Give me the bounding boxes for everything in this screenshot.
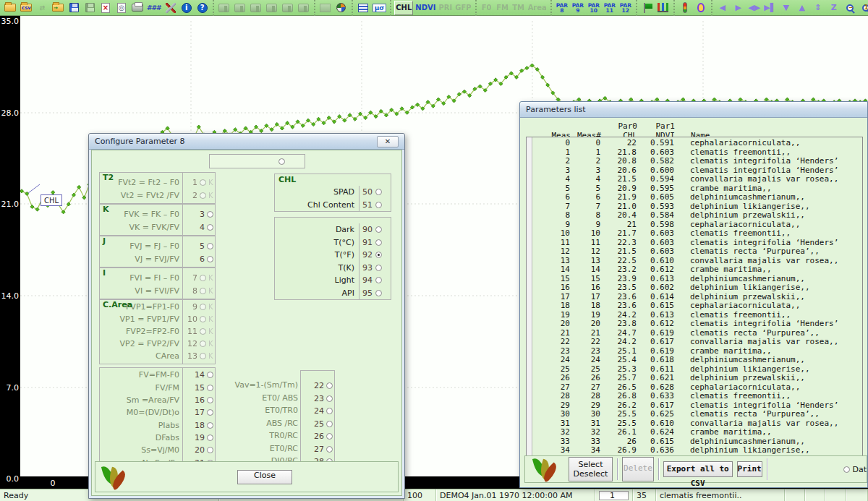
parameter-radio-95[interactable] xyxy=(375,290,382,296)
par11-button[interactable]: PAR11 xyxy=(603,1,617,15)
table-row[interactable]: 101021.70.603clematis freemontii,, xyxy=(532,229,859,239)
table-row[interactable]: 313125.50.610convallaria majalis var ros… xyxy=(532,419,859,429)
table-row[interactable]: 1121.80.603clematis freemontii,, xyxy=(532,148,859,158)
parameters-list-titlebar[interactable]: Parameters list xyxy=(520,102,867,118)
parameter-radio-13[interactable] xyxy=(200,353,206,359)
parameter-radio-51[interactable] xyxy=(375,202,382,208)
table-row[interactable]: 3320.60.600clematis integrifolia ‘Hender… xyxy=(532,166,859,176)
table-row[interactable]: 181823.60.615cephalariacorniculata,, xyxy=(532,301,859,311)
probe-button[interactable] xyxy=(694,1,708,15)
close-icon[interactable]: ✕ xyxy=(377,136,399,147)
export-all-to-csv-button[interactable]: Export all to CSV xyxy=(663,461,733,477)
table-row[interactable]: 111122.30.603clematis integrifolia ‘Hend… xyxy=(532,239,859,248)
zoom-out-button[interactable]: − xyxy=(843,1,857,15)
parameter-radio-3[interactable] xyxy=(207,211,213,218)
table-row[interactable]: 121221.50.603clematis recta ‘Purpurea’,, xyxy=(532,247,859,257)
tm-button[interactable]: TM xyxy=(511,1,526,15)
chl-series-badge[interactable]: CHL xyxy=(41,194,62,206)
stats-button[interactable]: µσ xyxy=(372,1,388,15)
delete-button[interactable]: Delete xyxy=(622,457,654,481)
parameter-radio-1[interactable] xyxy=(200,179,206,186)
table-row[interactable]: 292926.20.617clematis integrifolia ‘Hend… xyxy=(532,401,859,411)
custom-parameter-radio[interactable] xyxy=(278,158,285,165)
table-row[interactable]: 202023.80.612clematis integrifolia ‘Hend… xyxy=(532,320,859,329)
parameter-radio-50[interactable] xyxy=(375,189,382,195)
device-button-6[interactable] xyxy=(297,1,311,15)
chl-button[interactable]: CHL xyxy=(394,1,413,15)
table-row[interactable]: 262625.70.621delphinium przewalskii,, xyxy=(532,374,859,383)
map-button[interactable] xyxy=(334,1,349,15)
table-row[interactable]: 2220.80.582clematis integrifolia ‘Hender… xyxy=(532,157,859,166)
info-button[interactable]: i xyxy=(179,1,194,15)
table-row[interactable]: 272726.50.628cephalariacorniculata,, xyxy=(532,383,859,393)
table-row[interactable]: 151523.90.613delphiniumcashmerianum,, xyxy=(532,275,859,284)
par8-button[interactable]: PAR8 xyxy=(555,1,569,15)
parameter-radio-92[interactable] xyxy=(375,252,382,258)
ndvi-button[interactable]: NDVI xyxy=(414,1,436,15)
table-row[interactable]: 171723.60.614delphinium przewalskii,, xyxy=(532,293,859,302)
parameter-radio-94[interactable] xyxy=(375,277,382,283)
open-csv-button[interactable]: csv xyxy=(19,1,33,15)
export-button[interactable]: → xyxy=(51,1,65,15)
table-row[interactable]: 242425.40.618delphiniumcashmerianum,, xyxy=(532,356,859,365)
parameter-radio-4[interactable] xyxy=(207,224,213,231)
device-button-1[interactable] xyxy=(217,1,231,15)
parameter-radio-5[interactable] xyxy=(207,243,213,249)
parameter-radio-11[interactable] xyxy=(200,328,206,335)
dat-radio[interactable] xyxy=(843,466,850,473)
parameter-radio-91[interactable] xyxy=(375,239,382,246)
parameter-radio-26[interactable] xyxy=(326,433,333,440)
sort-button[interactable]: Z xyxy=(827,1,841,15)
table-row[interactable]: 232325.10.619crambe maritima,, xyxy=(532,347,859,356)
dialog-titlebar[interactable]: Configure Parameter 8 ✕ xyxy=(89,134,404,150)
select-deselect-button[interactable]: Select Deselect xyxy=(569,457,613,481)
parameter-radio-7[interactable] xyxy=(200,275,206,281)
device-button-2[interactable] xyxy=(233,1,247,15)
table-row[interactable]: 8820.40.584delphinium przewalskii,, xyxy=(532,211,859,220)
parameter-radio-27[interactable] xyxy=(326,446,333,453)
parameter-radio-25[interactable] xyxy=(326,421,333,427)
f0-button[interactable]: F0 xyxy=(480,1,494,15)
table-row[interactable]: 6621.90.605delphiniumcashmerianum,, xyxy=(532,193,859,202)
table-row[interactable]: 212124.70.619clematis recta ‘Purpurea’,, xyxy=(532,329,859,338)
save-button[interactable] xyxy=(67,1,81,15)
table-row[interactable]: 191924.20.613clematis freemontii,, xyxy=(532,311,859,320)
parameter-radio-23[interactable] xyxy=(326,395,333,402)
parameter-radio-2[interactable] xyxy=(200,192,206,199)
parameter-radio-12[interactable] xyxy=(200,341,206,347)
help-button[interactable]: ? xyxy=(195,1,210,15)
image-button[interactable] xyxy=(318,1,333,15)
table-row[interactable]: 303025.50.625clematis recta ‘Purpurea’,, xyxy=(532,410,859,419)
parameter-radio-10[interactable] xyxy=(200,316,206,322)
table-row[interactable]: 7721.00.593delphinium likiangerise,, xyxy=(532,202,859,212)
table-row[interactable]: 282826.80.633clematis freemontii,, xyxy=(532,392,859,401)
down-button[interactable]: ▼ xyxy=(779,1,793,15)
device-button-3[interactable] xyxy=(249,1,263,15)
print-button[interactable] xyxy=(130,1,145,15)
up-button[interactable]: ▲ xyxy=(795,1,809,15)
measurement-index-input[interactable]: 1 xyxy=(599,491,629,500)
flag-button[interactable] xyxy=(640,1,655,15)
parameter-radio-8[interactable] xyxy=(200,288,206,294)
zoom-reset-button[interactable]: 1 xyxy=(859,1,868,15)
fm-button[interactable]: FM xyxy=(495,1,510,15)
save-as-button[interactable] xyxy=(82,1,97,15)
table-row[interactable]: 252525.30.611delphinium likiangerise,, xyxy=(532,365,859,374)
parameter-radio-90[interactable] xyxy=(375,226,382,233)
device-button-5[interactable] xyxy=(281,1,295,15)
table-row[interactable]: 161623.50.602delphinium likiangerise,, xyxy=(532,283,859,293)
par9-button[interactable]: PAR9 xyxy=(571,1,585,15)
vertical-scrollbar[interactable] xyxy=(527,137,532,455)
area-button[interactable]: Area xyxy=(527,1,548,15)
prev-button[interactable]: ◀ xyxy=(715,1,730,15)
table-row[interactable]: 343426.90.636delphinium likiangerise,, xyxy=(532,446,859,455)
import-button[interactable]: ⇄ xyxy=(35,1,49,15)
gfp-button[interactable]: GFP xyxy=(454,1,472,15)
data-list-button[interactable] xyxy=(356,1,370,15)
parameter-radio-24[interactable] xyxy=(326,408,333,414)
chart-button[interactable] xyxy=(656,1,671,15)
table-row[interactable]: 131322.50.610convallaria majalis var ros… xyxy=(532,257,859,266)
table-row[interactable]: 4421.50.594convallaria majalis var rosea… xyxy=(532,175,859,184)
last-button[interactable]: ▶▌ xyxy=(763,1,778,15)
expand-vertical-button[interactable]: ⇕ xyxy=(811,1,825,15)
